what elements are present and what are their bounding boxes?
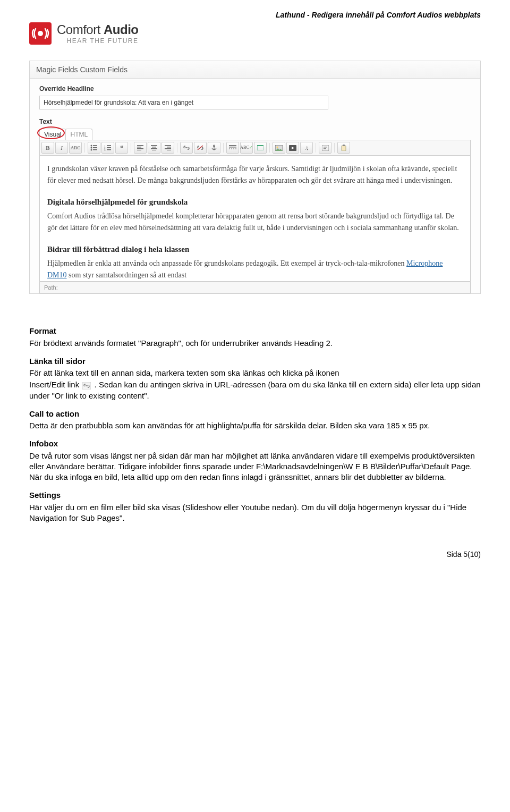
anchor-button[interactable] <box>208 142 220 154</box>
svg-rect-22 <box>167 147 171 148</box>
cms-panel: Magic Fields Custom Fields Override Head… <box>29 61 481 294</box>
svg-rect-19 <box>151 148 157 149</box>
editor-paragraph: Comfort Audios trådlösa hörselhjälpmedel… <box>47 210 463 234</box>
svg-rect-15 <box>137 148 143 149</box>
editor-path-bar: Path: <box>39 282 471 293</box>
svg-rect-24 <box>167 150 171 150</box>
svg-rect-23 <box>165 148 171 149</box>
fullscreen-button[interactable] <box>254 142 267 154</box>
page-footer: Sida 5(10) <box>29 550 481 559</box>
link-button[interactable] <box>180 142 193 154</box>
svg-rect-17 <box>151 145 157 146</box>
svg-rect-38 <box>343 145 345 146</box>
section-text: För att länka text till en annan sida, m… <box>29 368 481 378</box>
section-text: För brödtext används formatet "Paragraph… <box>29 338 481 349</box>
svg-point-3 <box>91 147 92 149</box>
bullet-list-button[interactable] <box>88 142 100 154</box>
audio-button[interactable]: ♫ <box>300 142 313 154</box>
svg-rect-30 <box>257 145 264 146</box>
shortcode-button[interactable] <box>319 142 332 154</box>
svg-rect-26 <box>229 145 236 146</box>
svg-rect-34 <box>322 145 329 151</box>
more-break-button[interactable] <box>226 142 239 154</box>
section-text: De två rutor som visas längst ner på sid… <box>29 451 481 483</box>
svg-point-0 <box>38 31 43 36</box>
blockquote-button[interactable]: ❝ <box>115 142 128 154</box>
svg-rect-2 <box>93 145 97 146</box>
svg-rect-35 <box>324 147 327 148</box>
editor-content[interactable]: I grundskolan växer kraven på förståelse… <box>39 156 471 282</box>
link-icon <box>82 382 91 389</box>
svg-point-5 <box>91 149 92 151</box>
svg-rect-8 <box>107 145 111 146</box>
svg-point-1 <box>91 145 92 147</box>
tab-html[interactable]: HTML <box>65 129 92 140</box>
number-list-button[interactable]: 123 <box>101 142 114 154</box>
section-text: Insert/Edit link . Sedan kan du antingen… <box>29 379 481 401</box>
svg-point-32 <box>277 146 278 148</box>
section-text: Här väljer du om en film eller bild ska … <box>29 502 481 524</box>
svg-rect-13 <box>137 145 143 146</box>
media-button[interactable] <box>286 142 299 154</box>
logo: Comfort Audio HEAR THE FUTURE <box>29 22 481 45</box>
panel-title: Magic Fields Custom Fields <box>30 61 480 79</box>
svg-rect-4 <box>93 147 97 148</box>
svg-rect-12 <box>107 149 111 150</box>
document-body: Format För brödtext används formatet "Pa… <box>29 326 481 523</box>
bold-button[interactable]: B <box>41 142 54 154</box>
section-heading-cta: Call to action <box>29 409 481 419</box>
align-right-button[interactable] <box>162 142 174 154</box>
editor-heading: Digitala hörselhjälpmedel för grundskola <box>47 196 463 208</box>
image-button[interactable] <box>273 142 285 154</box>
svg-text:3: 3 <box>104 149 106 151</box>
svg-rect-36 <box>324 148 326 149</box>
section-heading-format: Format <box>29 326 481 336</box>
svg-rect-6 <box>93 149 97 150</box>
strike-button[interactable]: ABC <box>69 142 82 154</box>
logo-icon <box>29 22 52 45</box>
override-headline-label: Override Headline <box>39 85 471 92</box>
section-heading-infobox: Infobox <box>29 438 481 449</box>
svg-rect-14 <box>137 147 141 148</box>
override-headline-input[interactable] <box>39 96 328 109</box>
editor-toolbar: B I ABC 123 ❝ ABC✓ ♫ <box>39 140 471 156</box>
align-left-button[interactable] <box>134 142 147 154</box>
italic-button[interactable]: I <box>55 142 68 154</box>
svg-rect-21 <box>165 145 171 146</box>
svg-rect-27 <box>229 147 236 148</box>
svg-rect-37 <box>342 146 346 151</box>
editor-paragraph: Hjälpmedlen är enkla att använda och anp… <box>47 258 463 282</box>
editor-heading: Bidrar till förbättrad dialog i hela kla… <box>47 243 463 256</box>
paste-button[interactable] <box>337 142 350 154</box>
section-heading-settings: Settings <box>29 490 481 501</box>
text-field-label: Text <box>39 118 471 125</box>
svg-rect-10 <box>107 147 111 148</box>
running-header: Lathund - Redigera innehåll på Comfort A… <box>29 11 481 19</box>
svg-rect-20 <box>152 150 156 150</box>
unlink-button[interactable] <box>194 142 207 154</box>
brand-name: Comfort Audio <box>57 22 139 37</box>
section-heading-lanka: Länka till sidor <box>29 356 481 367</box>
tab-visual[interactable]: Visual <box>39 129 66 140</box>
svg-rect-18 <box>152 147 156 148</box>
brand-tagline: HEAR THE FUTURE <box>57 37 139 45</box>
spellcheck-button[interactable]: ABC✓ <box>240 142 253 154</box>
svg-rect-16 <box>137 150 141 150</box>
section-text: Detta är den pratbubbla som kan användas… <box>29 420 481 431</box>
editor-paragraph: I grundskolan växer kraven på förståelse… <box>47 163 463 187</box>
align-center-button[interactable] <box>148 142 160 154</box>
